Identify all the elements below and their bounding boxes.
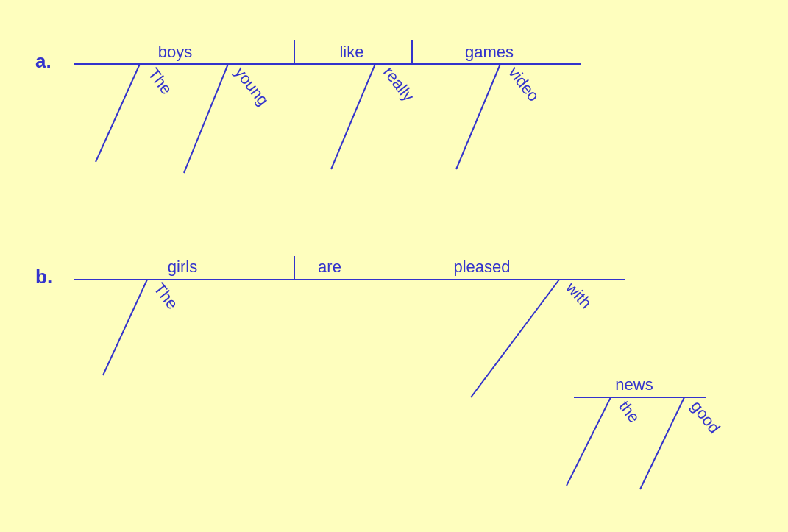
sentence-b-diag-with [471,280,559,397]
sentence-b-diag-the [103,280,147,375]
word-boys: boys [158,43,192,61]
word-like: like [339,43,363,61]
word-the2-b: the [615,397,644,426]
sentence-a-label: a. [35,50,52,72]
sentence-b-label: b. [35,266,52,288]
word-the-a: The [144,65,176,98]
word-young-a: young [231,63,273,110]
word-news: news [615,375,653,394]
word-are: are [318,258,341,276]
sentence-a-diag-video [456,64,500,169]
sentence-a-diag-really [331,64,375,169]
word-with-b: with [562,278,596,312]
word-the-b: The [150,280,182,313]
word-girls: girls [168,258,197,276]
word-good-b: good [687,397,724,437]
sentence-a-diag-the [96,64,140,162]
diagram-svg: .line { stroke: #3333cc; stroke-width: 2… [0,0,788,532]
sentence-b-diag-good [640,397,684,489]
word-pleased: pleased [453,258,510,276]
word-really-a: really [380,63,418,105]
word-video-a: video [505,63,543,105]
sentence-a-diag-young [184,64,228,173]
sentence-b-diag-the2 [567,397,611,486]
word-games: games [465,43,514,61]
